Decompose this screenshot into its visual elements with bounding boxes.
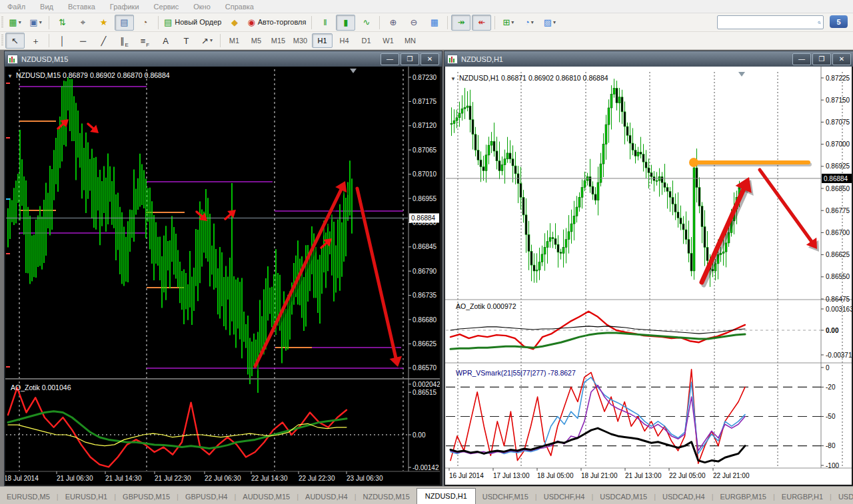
timeframe-d1[interactable]: D1 — [356, 33, 377, 48]
community-badge[interactable]: 5 — [830, 15, 848, 28]
templates-dropdown-icon[interactable]: ▾ — [553, 20, 556, 25]
ohlc-header[interactable]: ▼NZDUSD,H1 0.86871 0.86902 0.86810 0.868… — [450, 74, 608, 82]
svg-text:22 Jul 22:30: 22 Jul 22:30 — [299, 475, 335, 482]
chart-candles-button[interactable]: ▮ — [336, 15, 355, 31]
chart-tab-gbpusd-h4[interactable]: GBPUSD,H4 — [179, 489, 235, 504]
chart-canvas-nzdusd-h1[interactable]: 0.872250.871500.870750.870000.869250.868… — [445, 67, 852, 485]
trendline-button[interactable]: ╱ — [94, 33, 113, 49]
profiles-dropdown-icon[interactable]: ▾ — [39, 20, 42, 25]
data-window-button[interactable]: ⌖ — [73, 15, 93, 31]
zoom-in-button[interactable]: ⊕ — [383, 15, 403, 31]
chart-tab-usdchf-h4[interactable]: USDCHF,H4 — [537, 489, 592, 504]
maximize-button[interactable]: ❐ — [401, 53, 419, 65]
strategy-tester-button[interactable]: ◔ — [135, 15, 155, 31]
svg-text:22 Jul 21:00: 22 Jul 21:00 — [713, 472, 750, 479]
svg-text:▼: ▼ — [7, 73, 13, 79]
auto-trading-button[interactable]: ◉Авто-торговля — [245, 15, 308, 31]
timeframe-m15[interactable]: M15 — [268, 33, 289, 48]
timeframe-mn[interactable]: MN — [400, 33, 421, 48]
svg-text:0.86475: 0.86475 — [826, 296, 850, 303]
fibonacci-button[interactable]: ≡F — [135, 33, 155, 49]
menu-item-3[interactable]: Графики — [103, 1, 147, 12]
toolbar-drag-handle[interactable] — [1, 17, 3, 29]
chart-tab-usdcad-m15[interactable]: USDCAD,M15 — [593, 489, 654, 504]
crosshair-icon: ＋ — [31, 37, 40, 45]
minimize-button[interactable]: — — [381, 53, 399, 65]
window-titlebar[interactable]: NZDUSD,M15 — ❐ ✕ — [5, 51, 442, 67]
svg-text:0.86625: 0.86625 — [413, 340, 437, 348]
timeframe-m30[interactable]: M30 — [290, 33, 311, 48]
periods-dropdown-icon[interactable]: ▾ — [531, 20, 534, 25]
svg-text:0.86775: 0.86775 — [826, 207, 850, 214]
templates-button[interactable]: ▨▾ — [540, 15, 559, 31]
cursor-button[interactable]: ↖ — [5, 33, 25, 49]
menu-item-1[interactable]: Вид — [33, 1, 61, 12]
chart-bars-button[interactable]: ‖ — [315, 15, 335, 31]
timeframe-w1[interactable]: W1 — [378, 33, 399, 48]
auto-scroll-button[interactable]: ↠ — [451, 15, 470, 31]
close-button[interactable]: ✕ — [832, 53, 851, 65]
new-chart-dropdown-icon[interactable]: ▾ — [19, 20, 21, 25]
vline-button[interactable]: │ — [53, 33, 72, 49]
chart-tab-eurgbp-m15[interactable]: EURGBP,M15 — [714, 489, 774, 504]
svg-text:0.86680: 0.86680 — [413, 316, 437, 324]
chart-tab-gbpusd-m15[interactable]: GBPUSD,M15 — [116, 489, 177, 504]
chart-tab-usdchf-m15[interactable]: USDCHF,M15 — [476, 489, 535, 504]
chart-tab-eurusd-m5[interactable]: EURUSD,M5 — [0, 489, 57, 504]
maximize-button[interactable]: ❐ — [812, 53, 831, 65]
chart-shift-button[interactable]: ↞ — [472, 15, 491, 31]
chart-tab-eurusd-h1[interactable]: EURUSD,H1 — [59, 489, 115, 504]
zoom-out-button[interactable]: ⊖ — [404, 15, 423, 31]
svg-text:0.86845: 0.86845 — [413, 243, 437, 250]
text-label-button[interactable]: T — [177, 33, 196, 49]
crosshair-button[interactable]: ＋ — [26, 33, 45, 49]
toolbar-drag-handle[interactable] — [1, 35, 3, 47]
profiles-button[interactable]: ▣▾ — [26, 15, 45, 31]
chart-tab-nzdusd-h1[interactable]: NZDUSD,H1 — [417, 488, 476, 504]
periods-button[interactable]: ◔▾ — [519, 15, 538, 31]
svg-text:0.86850: 0.86850 — [826, 185, 850, 192]
menu-item-4[interactable]: Сервис — [147, 1, 187, 12]
new-chart-button[interactable]: ▦▾ — [5, 15, 25, 31]
new-order-button[interactable]: ▤Новый Ордер — [162, 15, 223, 31]
timeframe-m1[interactable]: M1 — [224, 33, 245, 48]
indicators-list-dropdown-icon[interactable]: ▾ — [511, 20, 514, 25]
equidistant-channel-button[interactable]: ∥E — [115, 33, 134, 49]
window-titlebar[interactable]: NZDUSD,H1 — ❐ ✕ — [444, 51, 853, 67]
metaeditor-button[interactable]: ◆ — [225, 15, 244, 31]
market-watch-button[interactable]: ⇅ — [53, 15, 72, 31]
timeframe-m5[interactable]: M5 — [246, 33, 267, 48]
chart-tab-audusd-m15[interactable]: AUDUSD,M15 — [236, 489, 297, 504]
svg-text:▼: ▼ — [450, 76, 456, 82]
svg-text:0.86955: 0.86955 — [413, 195, 437, 202]
minimize-button[interactable]: — — [792, 53, 811, 65]
chart-line-button[interactable]: ∿ — [357, 15, 376, 31]
arrows-tool-button[interactable]: ↗▾ — [197, 33, 217, 49]
zoom-out-icon: ⊖ — [410, 18, 417, 27]
terminal-button[interactable]: ▤ — [115, 15, 134, 31]
chart-tab-usdcad-h4[interactable]: USDCAD,H4 — [656, 489, 712, 504]
chart-tab-usdjpy-m15[interactable]: USDJPY,M15 — [832, 489, 853, 504]
tile-windows-button[interactable]: ▦ — [425, 15, 444, 31]
search-icon[interactable] — [818, 18, 821, 27]
search-input[interactable] — [718, 19, 818, 27]
hline-button[interactable]: ─ — [73, 33, 93, 49]
menu-item-2[interactable]: Вставка — [61, 1, 103, 12]
chart-tab-audusd-h4[interactable]: AUDUSD,H4 — [299, 489, 355, 504]
timeframe-h4[interactable]: H4 — [334, 33, 355, 48]
menu-item-5[interactable]: Окно — [186, 1, 218, 12]
navigator-button[interactable]: ★ — [94, 15, 113, 31]
profiles-icon: ▣ — [29, 18, 37, 27]
close-button[interactable]: ✕ — [421, 53, 439, 65]
menu-item-6[interactable]: Справка — [218, 1, 261, 12]
chart-canvas-nzdusd-m15[interactable]: 0.872300.871750.871200.870650.870100.869… — [5, 67, 440, 485]
chart-tab-eurgbp-h1[interactable]: EURGBP,H1 — [775, 489, 830, 504]
ohlc-header[interactable]: ▼NZDUSD,M15 0.86879 0.86902 0.86870 0.86… — [7, 71, 170, 79]
menu-item-0[interactable]: Файл — [0, 1, 33, 12]
text-button[interactable]: A — [156, 33, 175, 49]
arrows-tool-dropdown-icon[interactable]: ▾ — [210, 38, 213, 43]
timeframe-h1[interactable]: H1 — [312, 33, 333, 48]
indicators-list-button[interactable]: ⊞▾ — [498, 15, 518, 31]
indicators-list-icon: ⊞ — [502, 18, 510, 27]
chart-tab-nzdusd-m15[interactable]: NZDUSD,M15 — [357, 489, 417, 504]
